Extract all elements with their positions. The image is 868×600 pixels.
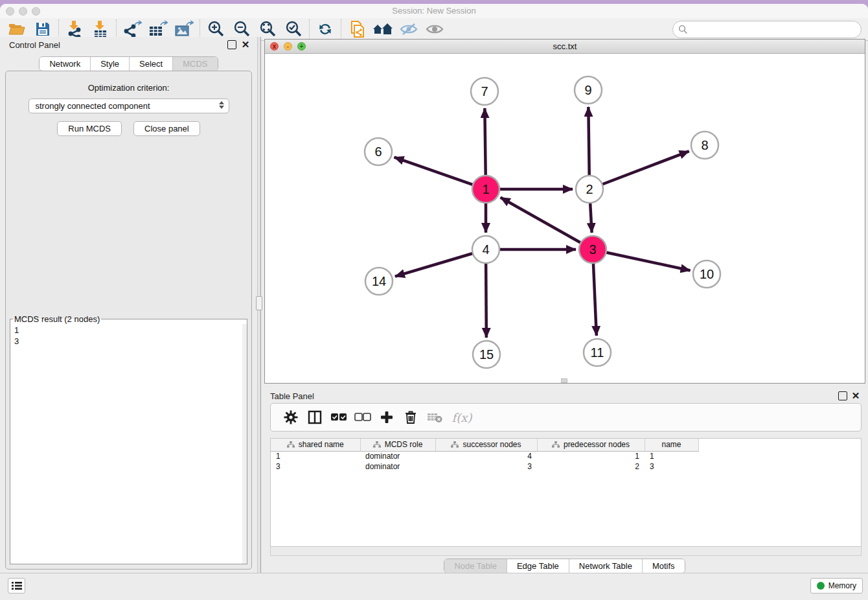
toolbar-separator — [116, 19, 117, 39]
graph-node-label-1: 1 — [482, 182, 489, 196]
col-successor-nodes[interactable]: successor nodes — [435, 439, 537, 451]
deselect-all-icon[interactable] — [350, 408, 374, 427]
graph-node-label-4: 4 — [482, 242, 489, 257]
graph-edge-3-1[interactable] — [501, 198, 581, 243]
tab-network[interactable]: Network — [40, 57, 90, 71]
export-image-icon[interactable] — [171, 19, 197, 39]
network-window-title: scc.txt — [265, 41, 865, 51]
open-folder-icon[interactable] — [4, 19, 30, 39]
table-row[interactable]: 1 dominator 4 1 1 — [271, 451, 698, 461]
delete-table-icon[interactable] — [422, 408, 446, 427]
tab-network-table[interactable]: Network Table — [569, 559, 642, 573]
col-name[interactable]: name — [645, 439, 698, 451]
table-close-icon[interactable]: ✕ — [851, 391, 860, 400]
control-panel-tabs: Network Style Select MCDS — [39, 56, 218, 71]
toolbar-separator — [309, 19, 310, 39]
toolbar-separator — [200, 19, 200, 39]
export-table-icon[interactable] — [145, 19, 171, 39]
home-views-icon[interactable] — [370, 19, 396, 39]
graph-node-label-7: 7 — [481, 84, 488, 98]
table-panel: Table Panel ✕ — [261, 386, 868, 573]
import-table-icon[interactable] — [87, 19, 113, 39]
graph-node-label-2: 2 — [586, 182, 593, 196]
graph-edge-1-7[interactable] — [485, 108, 485, 176]
graph-node-label-14: 14 — [372, 274, 386, 288]
network-window: x - + scc.txt 7968124314101511 — [264, 39, 865, 384]
tab-edge-table[interactable]: Edge Table — [507, 559, 569, 573]
table-float-icon[interactable] — [838, 391, 847, 400]
memory-label: Memory — [828, 581, 856, 590]
memory-status-icon — [817, 582, 825, 590]
table-hscrollbar[interactable] — [270, 547, 862, 556]
export-network-icon[interactable] — [119, 19, 145, 39]
run-mcds-button[interactable]: Run MCDS — [57, 121, 122, 136]
memory-button[interactable]: Memory — [810, 578, 863, 594]
graph-edge-3-11[interactable] — [593, 263, 597, 336]
screen: Session: New Session — [0, 0, 868, 600]
show-columns-icon[interactable] — [303, 408, 326, 427]
criterion-value: strongly connected component — [36, 101, 150, 111]
control-panel: Control Panel ✕ Network Style Select MCD… — [0, 37, 257, 573]
table-row[interactable]: 3 dominator 3 2 3 — [271, 461, 698, 472]
zoom-fit-icon[interactable] — [255, 19, 280, 39]
task-history-button[interactable] — [8, 578, 25, 594]
graph-node-label-11: 11 — [591, 345, 604, 360]
zoom-selected-icon[interactable] — [280, 19, 306, 39]
toolbar-separator — [341, 19, 341, 39]
float-panel-icon[interactable] — [227, 40, 236, 49]
tab-mcds[interactable]: MCDS — [172, 57, 217, 71]
table-header-row: shared name MCDS role successor nodes pr… — [271, 439, 698, 451]
window-resize-grip[interactable] — [561, 378, 567, 383]
add-column-icon[interactable] — [374, 408, 398, 427]
select-all-icon[interactable] — [326, 408, 350, 427]
col-predecessor-nodes[interactable]: predecessor nodes — [537, 439, 645, 451]
splitter-grip[interactable] — [256, 296, 262, 310]
network-window-titlebar[interactable]: x - + scc.txt — [265, 40, 865, 54]
criterion-select[interactable]: strongly connected component — [29, 98, 229, 113]
zoom-in-icon[interactable] — [203, 19, 229, 39]
tab-select[interactable]: Select — [129, 57, 172, 71]
mcds-result-text[interactable]: 1 3 — [10, 324, 247, 564]
search-input[interactable] — [672, 21, 862, 38]
graph-edge-1-6[interactable] — [394, 157, 474, 185]
graph-edge-3-10[interactable] — [606, 252, 691, 270]
table-panel-title: Table Panel — [270, 391, 314, 401]
tab-node-table[interactable]: Node Table — [444, 559, 507, 573]
network-graph: 7968124314101511 — [265, 54, 865, 384]
table-toolbar: f(x) — [270, 403, 862, 432]
show-eye-icon[interactable] — [422, 19, 448, 39]
close-panel-button[interactable]: Close panel — [133, 121, 200, 136]
save-icon[interactable] — [30, 19, 56, 39]
graph-node-label-15: 15 — [479, 347, 494, 362]
graph-edge-4-15[interactable] — [486, 263, 486, 338]
col-shared-name[interactable]: shared name — [271, 439, 360, 451]
graph-edge-2-3[interactable] — [590, 203, 591, 233]
graph-node-label-8: 8 — [701, 138, 708, 152]
close-panel-icon[interactable]: ✕ — [241, 40, 250, 49]
gear-icon[interactable] — [279, 408, 303, 427]
graph-edge-2-8[interactable] — [602, 151, 689, 184]
duplicate-network-icon[interactable] — [344, 19, 370, 39]
delete-column-icon[interactable] — [398, 408, 422, 427]
result-scrollbar[interactable] — [242, 324, 247, 564]
mcds-result-title: MCDS result (2 nodes) — [13, 314, 101, 324]
list-icon — [12, 581, 22, 590]
node-table: shared name MCDS role successor nodes pr… — [270, 438, 862, 547]
network-canvas[interactable]: 7968124314101511 — [265, 54, 865, 383]
tab-motifs[interactable]: Motifs — [642, 559, 685, 573]
toolbar-separator — [58, 19, 59, 39]
function-builder-icon[interactable]: f(x) — [446, 408, 477, 427]
tab-style[interactable]: Style — [90, 57, 129, 71]
refresh-icon[interactable] — [312, 19, 338, 39]
graph-node-label-10: 10 — [700, 267, 714, 281]
hide-eye-icon[interactable] — [396, 19, 422, 39]
col-mcds-role[interactable]: MCDS role — [360, 439, 435, 451]
window-title: Session: New Session — [0, 6, 868, 16]
import-network-icon[interactable] — [62, 19, 87, 39]
graph-edge-4-14[interactable] — [395, 253, 473, 277]
graph-node-label-9: 9 — [584, 83, 591, 97]
zoom-out-icon[interactable] — [229, 19, 255, 39]
status-bar: Memory — [0, 573, 868, 596]
graph-edge-2-9[interactable] — [588, 107, 589, 176]
graph-node-label-6: 6 — [374, 144, 382, 159]
